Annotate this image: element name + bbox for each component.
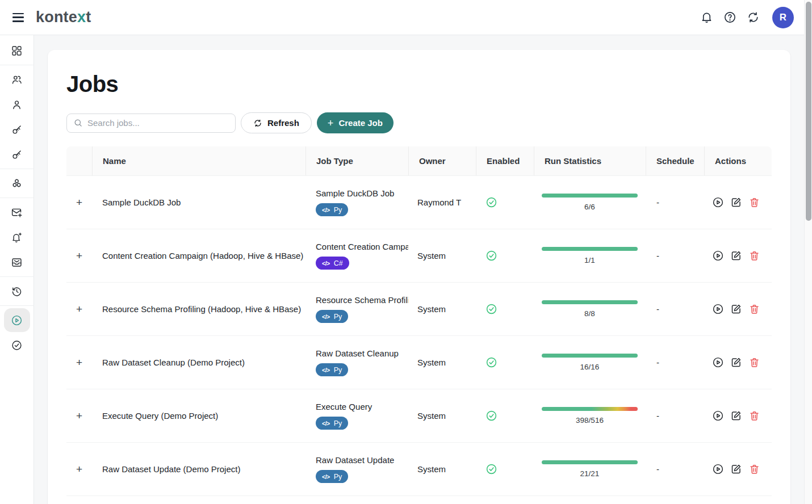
sidebar-divider: [0, 276, 34, 277]
sidebar-item-bell-plus[interactable]: [4, 225, 30, 249]
sync-button[interactable]: [747, 11, 760, 24]
delete-job-button[interactable]: [748, 356, 760, 368]
code-icon: </>: [322, 367, 330, 373]
sidebar-item-cluster[interactable]: [4, 171, 30, 195]
sidebar-item-users[interactable]: [4, 68, 30, 91]
column-header-expand-spacer: [66, 146, 92, 175]
edit-job-button[interactable]: [730, 356, 742, 368]
search-input[interactable]: [87, 118, 229, 128]
history-icon: [11, 285, 23, 297]
delete-job-button[interactable]: [748, 463, 760, 475]
sidebar-item-key[interactable]: [4, 117, 30, 141]
edit-job-button[interactable]: [730, 196, 742, 208]
run-job-button[interactable]: [712, 196, 724, 208]
table-body: + Sample DuckDB Job Sample DuckDB Job </…: [66, 176, 772, 496]
create-job-button[interactable]: + Create Job: [317, 112, 394, 133]
job-schedule: -: [646, 304, 704, 314]
sidebar-divider: [0, 305, 34, 306]
run-stats-label: 398/516: [576, 416, 604, 425]
run-progress-bar: [542, 460, 638, 464]
job-schedule: -: [646, 251, 704, 261]
run-job-button[interactable]: [712, 250, 724, 262]
enabled-cell: [476, 196, 534, 208]
expand-row-button[interactable]: +: [76, 250, 82, 261]
run-job-button[interactable]: [712, 356, 724, 368]
enabled-cell: [476, 463, 534, 475]
help-icon: [723, 11, 736, 24]
run-job-button[interactable]: [712, 303, 724, 315]
language-badge: </> Py: [316, 470, 348, 483]
code-icon: </>: [322, 420, 330, 427]
job-name: Sample DuckDB Job: [92, 198, 305, 207]
job-type-name: Sample DuckDB Job: [316, 188, 408, 198]
actions-cell: [704, 250, 772, 262]
scrollbar-thumb[interactable]: [806, 2, 811, 221]
trash-icon: [748, 356, 760, 368]
language-badge: </> Py: [316, 310, 348, 323]
job-type-cell: Raw Dataset Cleanup </> Py: [305, 348, 408, 376]
job-owner: System: [408, 304, 476, 314]
plus-icon: +: [328, 118, 334, 128]
enabled-cell: [476, 410, 534, 422]
sidebar-item-user[interactable]: [4, 93, 30, 116]
edit-icon: [730, 410, 742, 422]
job-name: Raw Dataset Cleanup (Demo Project): [92, 358, 305, 367]
delete-job-button[interactable]: [748, 303, 760, 315]
sidebar-nav: [0, 35, 34, 504]
expand-row-button[interactable]: +: [76, 410, 82, 421]
actions-cell: [704, 196, 772, 208]
help-button[interactable]: [723, 11, 736, 24]
edit-icon: [730, 463, 742, 475]
sidebar-item-check-circle[interactable]: [4, 333, 30, 357]
jobs-panel: Jobs Refresh + Create Job NameJob TypeOw…: [48, 50, 790, 504]
toolbar: Refresh + Create Job: [66, 112, 772, 133]
expand-row-button[interactable]: +: [76, 304, 82, 314]
sidebar-item-history[interactable]: [4, 279, 30, 303]
edit-job-button[interactable]: [730, 303, 742, 315]
language-badge: </> C#: [316, 257, 349, 270]
app-logo: kontext: [36, 9, 91, 26]
sidebar-item-dashboard[interactable]: [4, 39, 30, 62]
sidebar-item-key[interactable]: [4, 142, 30, 166]
topbar-actions: R: [700, 7, 794, 28]
delete-job-button[interactable]: [748, 250, 760, 262]
delete-job-button[interactable]: [748, 410, 760, 422]
job-name: Raw Dataset Update (Demo Project): [92, 464, 305, 474]
trash-icon: [748, 463, 760, 475]
users-icon: [11, 74, 23, 86]
notifications-button[interactable]: [700, 11, 713, 24]
enabled-cell: [476, 356, 534, 368]
delete-job-button[interactable]: [748, 196, 760, 208]
refresh-button[interactable]: Refresh: [241, 112, 312, 133]
menu-button[interactable]: [12, 13, 24, 22]
sidebar-item-inbox[interactable]: [4, 250, 30, 274]
actions-cell: [704, 410, 772, 422]
edit-job-button[interactable]: [730, 463, 742, 475]
vertical-scrollbar[interactable]: [804, 0, 812, 504]
job-owner: Raymond T: [408, 198, 476, 207]
sidebar-item-mail-plus[interactable]: [4, 200, 30, 224]
sidebar-item-play-circle-active[interactable]: [4, 308, 30, 332]
language-badge: </> Py: [316, 363, 348, 376]
run-job-button[interactable]: [712, 463, 724, 475]
column-header-owner: Owner: [408, 146, 476, 175]
check-circle-icon: [485, 250, 534, 262]
bell-icon: [700, 11, 713, 24]
table-row: + Resource Schema Profiling (Hadoop, Hiv…: [66, 283, 772, 336]
column-header-schedule: Schedule: [646, 146, 704, 175]
edit-job-button[interactable]: [730, 410, 742, 422]
code-icon: </>: [322, 207, 330, 213]
edit-job-button[interactable]: [730, 250, 742, 262]
run-statistics-cell: 6/6: [534, 194, 646, 211]
check-circle-icon: [485, 303, 534, 315]
edit-icon: [730, 303, 742, 315]
user-avatar[interactable]: R: [772, 7, 794, 28]
expand-row-button[interactable]: +: [76, 197, 82, 208]
expand-row-button[interactable]: +: [76, 357, 82, 368]
expand-row-button[interactable]: +: [76, 464, 82, 474]
run-job-button[interactable]: [712, 410, 724, 422]
job-schedule: -: [646, 358, 704, 367]
cluster-icon: [11, 178, 23, 190]
table-header-row: NameJob TypeOwnerEnabledRun StatisticsSc…: [66, 146, 772, 176]
run-stats-label: 6/6: [584, 203, 595, 211]
